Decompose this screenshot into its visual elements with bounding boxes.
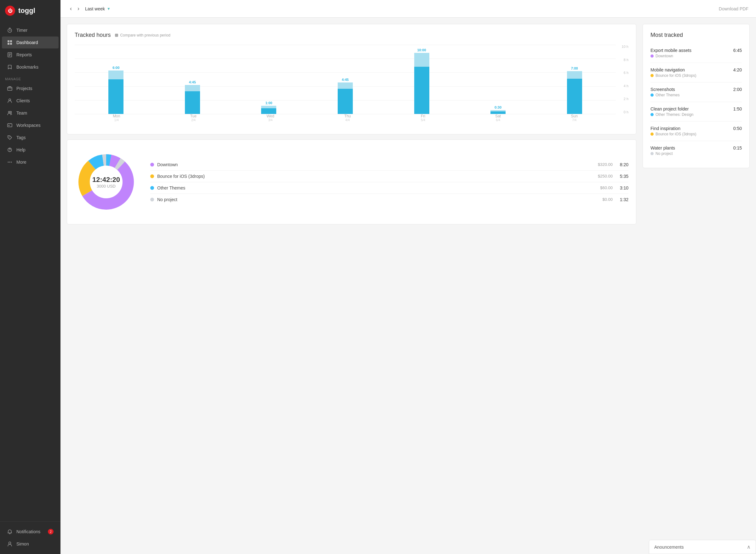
most-tracked-card: Most tracked Export mobile assets 6:45 D… [643,24,750,168]
header: ‹ › Last week ▼ Download PDF [60,0,756,18]
donut-card: 12:42:20 3000 USD Downtown $320.00 8:20 [67,140,636,224]
y-label-2h: 2 h [617,97,628,101]
donut-center: 12:42:20 3000 USD [92,176,120,188]
bar-sun: 7:00 [567,66,582,114]
x-fri: Fri 5/4 [421,114,425,122]
sidebar-item-team[interactable]: Team [2,107,59,119]
sidebar-nav: Timer Dashboard Reports Bookmarks Manage [0,21,60,521]
bar-fri-dark [414,67,430,114]
svg-rect-4 [10,43,12,45]
bar-chart-container: 10 h 8 h 6 h 4 h 2 h 0 h [74,45,628,126]
clean-project: Other Themes: Design [651,112,742,117]
sidebar-item-timer[interactable]: Timer [2,24,59,36]
sidebar-item-bookmarks[interactable]: Bookmarks [2,61,59,73]
bar-thu-label: 4:45 [342,78,349,81]
downtown-amount: $320.00 [591,162,613,167]
timer-icon [7,27,13,33]
otherthemes-color-dot [150,186,154,190]
otherthemes-name: Other Themes [157,185,588,190]
bar-sun-stack [567,71,582,114]
anouncements-header[interactable]: Anouncements ∧ [649,540,756,554]
sidebar-item-notifications[interactable]: Notifications 2 [2,526,59,538]
noproject-color-dot [150,198,154,202]
legend-label: Compare with previous period [120,33,170,38]
sidebar-item-workspaces[interactable]: Workspaces [2,119,59,131]
svg-point-12 [9,136,9,137]
bar-thu-stack [338,82,353,114]
bounce-time: 5:35 [616,174,628,179]
legend-row-noproject: No project $0.00 1:32 [150,194,628,205]
noproject-name: No project [157,197,588,202]
bar-tue: 4:45 [185,80,200,114]
bar-tue-light [185,85,200,91]
team-icon [7,110,13,116]
sidebar-item-projects[interactable]: Projects [2,82,59,95]
period-selector[interactable]: Last week ▼ [85,6,111,11]
tracked-item-mobile-nav: Mobile navigation 4:20 Bounce for iOS (3… [651,63,742,82]
sidebar-item-more-label: More [16,160,27,165]
projects-icon [7,86,13,91]
bar-mon-dark [108,79,123,114]
anouncements-title: Anouncements [654,545,684,550]
svg-point-9 [10,111,12,113]
bar-wed-light [261,106,276,108]
content-area: Tracked hours Compare with previous peri… [60,18,756,554]
bar-sat-dark [491,111,506,114]
bar-thu-dark [338,89,353,114]
sidebar-bottom: Notifications 2 Simon [0,521,60,554]
downtown-color-dot [150,163,154,167]
tracked-item-mobile-nav-header: Mobile navigation 4:20 [651,67,742,72]
x-mon: Mon 1/4 [113,114,120,122]
inspiration-time: 0:50 [733,126,742,131]
bar-sat-stack [491,110,506,114]
chart-legend: Compare with previous period [115,33,170,38]
svg-rect-6 [8,87,12,90]
svg-rect-10 [8,124,12,127]
sidebar: ⏻ toggl Timer Dashboard Reports Bookmar [0,0,60,554]
x-axis: Mon 1/4 Tue 2/4 Wed 3/4 Thu [74,114,616,126]
sidebar-item-reports[interactable]: Reports [2,49,59,61]
manage-section-label: Manage [0,73,60,82]
bar-sat-label: 0:30 [495,105,501,109]
main-content: ‹ › Last week ▼ Download PDF Tracked hou… [60,0,756,554]
downtown-name: Downtown [157,162,588,167]
otherthemes-amount: $60.00 [591,185,613,190]
anouncements-chevron-icon: ∧ [747,544,751,550]
sidebar-item-clients[interactable]: Clients [2,95,59,107]
tags-icon [7,135,13,141]
anouncements-panel: Anouncements ∧ [649,540,756,554]
clean-project-name: Other Themes: Design [656,112,694,117]
reports-icon [7,52,13,58]
sidebar-item-dashboard[interactable]: Dashboard [2,37,59,49]
next-period-button[interactable]: › [75,5,81,13]
sidebar-item-user[interactable]: Simon [2,538,59,550]
export-name: Export mobile assets [651,48,692,53]
toggl-logo-text: toggl [18,7,35,15]
bar-mon-light [108,70,123,79]
noproject-time: 1:32 [616,197,628,202]
sidebar-item-reports-label: Reports [16,52,32,57]
bar-fri-label: 10:00 [417,48,426,52]
screenshots-time: 2:00 [733,87,742,92]
bar-fri-stack [414,53,430,114]
download-pdf-button[interactable]: Download PDF [719,6,748,11]
mobile-nav-project-name: Bounce for iOS (3drops) [656,73,696,78]
tracked-item-clean-header: Clean project folder 1:50 [651,106,742,111]
tracked-item-clean: Clean project folder 1:50 Other Themes: … [651,102,742,121]
tracked-item-screenshots: Screenshots 2:00 Other Themes [651,82,742,102]
tracked-hours-card: Tracked hours Compare with previous peri… [67,24,636,134]
prev-period-button[interactable]: ‹ [68,5,74,13]
water-project: No project [651,151,742,156]
most-tracked-title: Most tracked [651,32,742,39]
donut-time: 12:42:20 [92,176,120,184]
bar-tue-dark [185,91,200,114]
sidebar-item-help[interactable]: Help [2,144,59,156]
notification-badge: 2 [48,529,54,535]
export-project-dot [651,54,654,58]
inspiration-project: Bounce for iOS (3drops) [651,132,742,136]
tracked-item-water: Water plants 0:15 No project [651,141,742,160]
sidebar-item-tags[interactable]: Tags [2,131,59,144]
sidebar-item-more[interactable]: More [2,156,59,168]
left-column: Tracked hours Compare with previous peri… [67,24,636,548]
donut-section: 12:42:20 3000 USD Downtown $320.00 8:20 [74,147,628,217]
